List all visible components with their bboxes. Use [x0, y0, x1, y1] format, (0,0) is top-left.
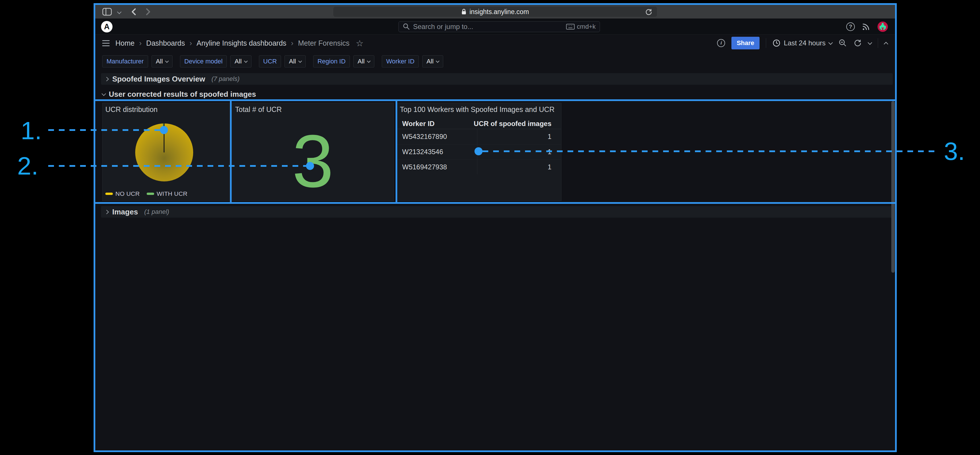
section-panel-count: (7 panels) [212, 75, 240, 83]
user-avatar[interactable] [877, 21, 888, 32]
pie-legend: NO UCR WITH UCR [105, 190, 188, 197]
refresh-chevron-down-icon[interactable] [868, 40, 872, 45]
time-range-label: Last 24 hours [784, 39, 826, 47]
breadcrumb-current: Meter Forensics [298, 39, 349, 48]
cell-ucr-count: 1 [548, 163, 551, 171]
sidebar-icon[interactable] [102, 8, 112, 16]
browser-window: insights.anyline.com A Search or jump to… [94, 3, 897, 452]
share-button[interactable]: Share [732, 37, 759, 49]
panel-total-ucr: Total # of UCR 3 [232, 103, 394, 201]
column-header-worker-id[interactable]: Worker ID [402, 120, 434, 128]
time-range-picker[interactable]: Last 24 hours [772, 39, 832, 47]
cell-worker-id: W5432167890 [402, 133, 447, 141]
table-header-border [397, 129, 561, 129]
forward-icon[interactable] [145, 7, 151, 16]
stat-value: 3 [232, 124, 393, 198]
breadcrumb: Home › Dashboards › Anyline Insights das… [115, 38, 363, 48]
breadcrumb-separator: › [291, 39, 294, 48]
search-placeholder: Search or jump to... [413, 23, 563, 31]
filter-manufacturer: Manufacturer All [102, 56, 172, 67]
time-chevron-down-icon [829, 40, 833, 45]
url-text: insights.anyline.com [469, 8, 529, 16]
divider [878, 38, 878, 48]
breadcrumb-separator: › [189, 39, 192, 48]
chevron-down-icon [102, 92, 106, 96]
filter-region-id: Region ID All [313, 56, 374, 67]
section-title: Images [112, 208, 138, 216]
section-title: User corrected results of spoofed images [109, 90, 256, 99]
section-spoofed-images-overview[interactable]: Spoofed Images Overview (7 panels) [101, 73, 893, 85]
filter-label: Device model [180, 56, 227, 67]
section-images[interactable]: Images (1 panel) [101, 206, 893, 218]
panel-ucr-distribution: UCR distribution NO UCR WITH UCR [102, 103, 230, 201]
menu-icon[interactable] [102, 40, 110, 46]
legend-item-no-ucr[interactable]: NO UCR [105, 190, 140, 197]
annotation-1-line [48, 129, 160, 131]
search-shortcut: cmd+k [566, 23, 596, 30]
divider [766, 38, 766, 48]
collapse-chevron-up-icon[interactable] [884, 41, 888, 46]
annotation-1-label: 1. [21, 117, 41, 145]
filter-value-dropdown[interactable]: All [353, 56, 374, 67]
annotation-3-label: 3. [944, 137, 965, 165]
clock-icon [772, 39, 781, 47]
refresh-icon[interactable] [853, 39, 862, 48]
info-icon[interactable]: i [717, 39, 725, 47]
filter-label: Manufacturer [102, 56, 148, 67]
filter-device-model: Device model All [180, 56, 251, 67]
annotation-3-line [482, 150, 938, 152]
shortcut-text: cmd+k [577, 23, 596, 30]
column-header-ucr[interactable]: UCR of spoofed images [474, 120, 551, 128]
filter-label: Region ID [313, 56, 350, 67]
annotation-panel-divider [230, 99, 232, 204]
table-row[interactable]: W5169427938 1 [397, 159, 561, 175]
legend-swatch-green [147, 192, 154, 195]
reload-icon[interactable] [645, 8, 652, 16]
back-icon[interactable] [130, 7, 137, 16]
section-panel-count: (1 panel) [145, 208, 169, 216]
section-user-corrected-results[interactable]: User corrected results of spoofed images [102, 90, 256, 99]
breadcrumb-home[interactable]: Home [115, 39, 135, 48]
scrollbar[interactable] [891, 101, 895, 273]
filter-worker-id: Worker ID All [382, 56, 443, 67]
chevron-right-icon [105, 210, 109, 214]
anyline-logo[interactable]: A [101, 21, 113, 32]
address-bar[interactable]: insights.anyline.com [333, 6, 657, 17]
filter-value-dropdown[interactable]: All [230, 56, 251, 67]
filter-value-dropdown[interactable]: All [151, 56, 172, 67]
panel-title[interactable]: Top 100 Workers with Spoofed Images and … [400, 105, 555, 114]
section-title: Spoofed Images Overview [112, 75, 205, 84]
keyboard-icon [566, 24, 575, 30]
dashboard-nav-row: Home › Dashboards › Anyline Insights das… [95, 35, 895, 51]
cell-ucr-count: 1 [548, 133, 551, 141]
search-icon [403, 23, 410, 30]
help-icon[interactable]: ? [846, 22, 855, 31]
legend-item-with-ucr[interactable]: WITH UCR [147, 190, 188, 197]
annotation-2-line [48, 165, 306, 167]
cell-worker-id: W5169427938 [402, 163, 447, 171]
panel-title[interactable]: Total # of UCR [235, 105, 282, 114]
breadcrumb-separator: › [139, 39, 142, 48]
news-rss-icon[interactable] [862, 22, 870, 31]
annotation-panel-divider [396, 99, 397, 204]
zoom-out-icon[interactable] [838, 39, 847, 48]
logo-letter: A [104, 22, 110, 31]
filter-value-dropdown[interactable]: All [285, 56, 305, 67]
breadcrumb-dashboards[interactable]: Dashboards [146, 39, 185, 48]
breadcrumb-folder[interactable]: Anyline Insights dashboards [197, 39, 286, 48]
browser-toolbar: insights.anyline.com [95, 5, 895, 19]
sidebar-chevron-down-icon[interactable] [117, 10, 122, 14]
panel-title[interactable]: UCR distribution [105, 105, 158, 114]
annotation-1-dot [160, 126, 168, 134]
filter-label: Worker ID [382, 56, 419, 67]
dashboard-actions: i Share Last 24 hours [717, 37, 888, 49]
grafana-header: A Search or jump to... cmd+k ? [95, 19, 895, 35]
chevron-right-icon [105, 76, 109, 81]
annotation-3-dot [474, 147, 482, 155]
workers-table: Worker ID UCR of spoofed images W5432167… [397, 119, 561, 175]
favorite-star-icon[interactable]: ☆ [356, 38, 363, 48]
filter-value-dropdown[interactable]: All [422, 56, 443, 67]
table-row[interactable]: W5432167890 1 [397, 129, 561, 144]
filter-label: UCR [259, 56, 281, 67]
search-input[interactable]: Search or jump to... cmd+k [398, 21, 600, 32]
